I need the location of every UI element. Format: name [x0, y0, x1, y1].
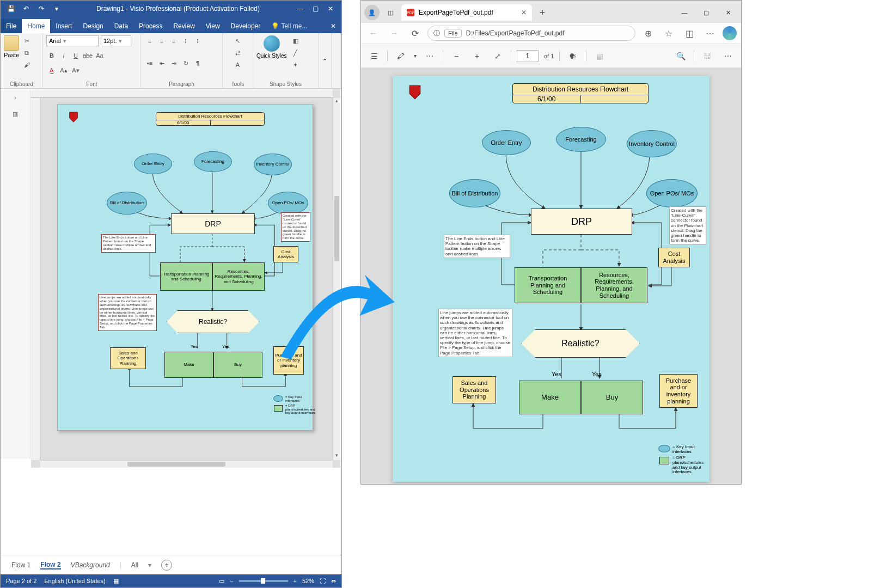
pdf-save-icon[interactable]: 🖫: [700, 48, 715, 64]
page-tab-flow1[interactable]: Flow 1: [11, 561, 30, 569]
favorite-icon[interactable]: ☆: [660, 25, 677, 41]
node-transport[interactable]: Transportation Planning and Scheduling: [160, 262, 212, 291]
pdf-contents-icon[interactable]: ☰: [366, 48, 382, 64]
edge-menu-icon[interactable]: ⋯: [702, 25, 718, 41]
quick-styles-button[interactable]: Quick Styles: [256, 35, 287, 70]
align-right-icon[interactable]: ≡: [168, 35, 179, 46]
macro-icon[interactable]: ▦: [113, 578, 119, 585]
pdf-fit-icon[interactable]: ⤢: [490, 48, 505, 64]
new-tab-button[interactable]: +: [535, 5, 549, 20]
nav-back[interactable]: ←: [365, 25, 382, 41]
copy-icon[interactable]: ⧉: [21, 47, 32, 58]
font-name-select[interactable]: Arial▾: [46, 35, 99, 46]
line-icon[interactable]: ╱: [290, 47, 301, 58]
zoom-slider[interactable]: [239, 580, 288, 582]
window-close[interactable]: ✕: [324, 2, 337, 15]
pdf-toolbar-more-icon[interactable]: ⋯: [720, 48, 736, 64]
strike-icon[interactable]: abc: [82, 50, 93, 61]
bold-icon[interactable]: B: [46, 50, 57, 61]
align-left-icon[interactable]: ≡: [144, 35, 155, 46]
tab-data[interactable]: Data: [109, 19, 133, 33]
tell-me[interactable]: 💡 Tell me...: [266, 19, 325, 33]
edge-close[interactable]: ✕: [718, 5, 738, 20]
pdf-readaloud-icon[interactable]: 🗣: [565, 48, 580, 64]
pdf-more-tools-icon[interactable]: ⋯: [422, 48, 437, 64]
node-order-entry[interactable]: Order Entry: [134, 154, 172, 174]
fill-icon[interactable]: ◧: [290, 35, 301, 46]
ribbon-close[interactable]: ✕: [325, 19, 341, 33]
window-maximize[interactable]: ▢: [309, 2, 322, 15]
shrink-font-icon[interactable]: A▾: [70, 65, 81, 76]
node-realistic[interactable]: Realistic?: [167, 310, 259, 333]
tab-design[interactable]: Design: [77, 19, 108, 33]
indent-inc-icon[interactable]: ⇥: [168, 58, 179, 69]
tab-process[interactable]: Process: [133, 19, 168, 33]
profile-icon[interactable]: 👤: [364, 5, 380, 20]
page-tab-vbackground[interactable]: VBackground: [71, 561, 110, 569]
node-resources[interactable]: Resources, Requirements, Planning, and S…: [212, 262, 265, 291]
underline-icon[interactable]: U: [70, 50, 81, 61]
font-color-icon[interactable]: A̲: [46, 65, 57, 76]
zoom-in-button[interactable]: +: [293, 578, 297, 584]
node-openpos[interactable]: Open POs/ MOs: [268, 192, 308, 215]
tab-view[interactable]: View: [200, 19, 225, 33]
page-tab-flow2[interactable]: Flow 2: [40, 561, 60, 569]
tab-file[interactable]: File: [1, 19, 22, 33]
tab-insert[interactable]: Insert: [50, 19, 77, 33]
split-screen-icon[interactable]: ◫: [681, 25, 698, 41]
pdf-page-input[interactable]: [517, 50, 539, 62]
window-minimize[interactable]: —: [293, 2, 307, 15]
tab-developer[interactable]: Developer: [225, 19, 266, 33]
browser-tab[interactable]: PDF ExportPageToPdf_out.pdf ✕: [401, 4, 532, 21]
pdf-pageview-icon[interactable]: ▤: [592, 48, 607, 64]
qat-redo[interactable]: ↷: [35, 3, 47, 15]
qat-undo[interactable]: ↶: [20, 3, 32, 15]
nav-refresh[interactable]: ⟳: [407, 25, 423, 41]
align-mid-icon[interactable]: ⫶: [192, 35, 203, 46]
tab-review[interactable]: Review: [168, 19, 200, 33]
horizontal-scrollbar[interactable]: [40, 460, 333, 468]
tab-close-icon[interactable]: ✕: [521, 9, 527, 16]
status-language[interactable]: English (United States): [44, 578, 106, 584]
expand-shapes-icon[interactable]: ›: [10, 94, 21, 105]
indent-dec-icon[interactable]: ⇤: [156, 58, 167, 69]
pdf-highlighter-icon[interactable]: 🖍: [393, 48, 408, 64]
presentation-icon[interactable]: ▭: [219, 578, 224, 585]
scroll-down-icon[interactable]: ▾: [333, 452, 340, 460]
effects-icon[interactable]: ✦: [290, 59, 301, 70]
paste-button[interactable]: Paste: [4, 35, 19, 70]
node-sop[interactable]: Sales and Operations Planning: [110, 347, 146, 369]
italic-icon[interactable]: I: [58, 50, 69, 61]
shapes-pane-collapsed[interactable]: › ▥: [1, 89, 30, 459]
fit-width-icon[interactable]: ⇔: [331, 578, 336, 585]
node-forecasting[interactable]: Forecasting: [194, 151, 232, 172]
node-make[interactable]: Make: [164, 352, 213, 378]
font-size-select[interactable]: 12pt.▾: [101, 35, 131, 46]
align-center-icon[interactable]: ≡: [156, 35, 167, 46]
node-bill[interactable]: Bill of Distribution: [107, 192, 147, 215]
tab-groups-icon[interactable]: ◫: [383, 5, 398, 20]
pointer-tool-icon[interactable]: ↖: [233, 35, 243, 46]
align-top-icon[interactable]: ⫶: [180, 35, 191, 46]
tab-home[interactable]: Home: [22, 19, 50, 33]
connector-tool-icon[interactable]: ⇄: [233, 47, 243, 58]
pdf-zoom-out[interactable]: −: [449, 48, 464, 64]
bullets-icon[interactable]: •≡: [144, 58, 155, 69]
add-page-button[interactable]: +: [161, 560, 172, 571]
pdf-zoom-in[interactable]: +: [469, 48, 485, 64]
url-box[interactable]: ⓘ File D:/Files/ExportPageToPdf_out.pdf: [427, 26, 635, 41]
scroll-up-icon[interactable]: ▴: [333, 98, 340, 106]
node-inventory[interactable]: Inventory Control: [254, 154, 292, 175]
search-lens-icon[interactable]: ⊕: [640, 25, 656, 41]
zoom-out-button[interactable]: −: [230, 578, 233, 584]
fit-page-icon[interactable]: ⛶: [320, 578, 326, 584]
spacing-icon[interactable]: ¶: [192, 58, 203, 69]
page-tab-all[interactable]: All: [131, 561, 138, 569]
node-buy[interactable]: Buy: [213, 352, 262, 378]
site-info-icon[interactable]: ⓘ: [433, 29, 440, 38]
edge-maximize[interactable]: ▢: [696, 5, 716, 20]
node-drp[interactable]: DRP: [171, 213, 255, 234]
cut-icon[interactable]: ✂: [21, 35, 32, 46]
rotate-icon[interactable]: ↻: [180, 58, 191, 69]
text-case-icon[interactable]: Aa: [94, 50, 105, 61]
